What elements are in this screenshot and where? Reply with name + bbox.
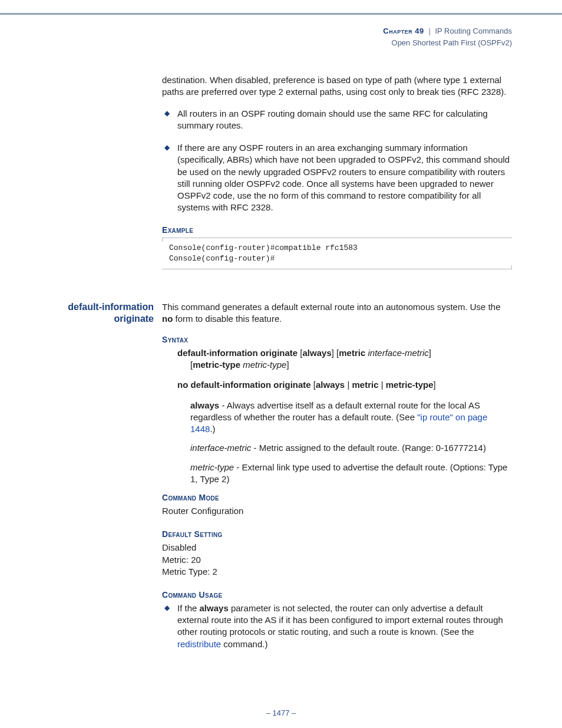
default-setting-heading: Default Setting [162, 529, 512, 540]
command-description: This command generates a default externa… [162, 301, 512, 325]
intro-paragraph: destination. When disabled, preference i… [162, 74, 512, 98]
chapter-subtitle: Open Shortest Path First (OSPFv2) [50, 38, 512, 48]
command-body: This command generates a default externa… [162, 285, 512, 661]
command-mode-heading: Command Mode [162, 492, 512, 503]
command-usage-heading: Command Usage [162, 589, 512, 601]
page: Chapter 49 | IP Routing Commands Open Sh… [0, 0, 562, 728]
body-top: destination. When disabled, preference i… [162, 74, 512, 284]
gutter-empty [50, 74, 156, 284]
bullet-item: All routers in an OSPF routing domain sh… [162, 108, 512, 132]
command-mode-value: Router Configuration [162, 505, 512, 517]
param-metric-type: metric-type - External link type used to… [162, 462, 512, 486]
command-name-line1: default-information [50, 301, 154, 313]
usage-bullet-list: If the always parameter is not selected,… [162, 602, 512, 650]
command-name-line2: originate [50, 313, 154, 325]
bullet-list-top: All routers in an OSPF routing domain sh… [162, 108, 512, 214]
page-number: – 1477 – [0, 708, 562, 719]
syntax-line-1: default-information originate [always] [… [162, 347, 512, 371]
default-setting-value: Metric Type: 2 [162, 566, 512, 578]
default-setting-value: Disabled [162, 542, 512, 554]
chapter-title: IP Routing Commands [435, 27, 512, 35]
example-heading: Example [162, 225, 512, 236]
header-sep: | [426, 27, 432, 35]
running-header: Chapter 49 | IP Routing Commands Open Sh… [50, 26, 512, 48]
default-setting-value: Metric: 20 [162, 554, 512, 566]
syntax-line-2: no default-information originate [always… [162, 379, 512, 391]
content-grid: destination. When disabled, preference i… [50, 74, 512, 661]
top-rule [0, 13, 562, 15]
syntax-heading: Syntax [162, 334, 512, 345]
param-interface-metric: interface-metric - Metric assigned to th… [162, 442, 512, 454]
link-redistribute[interactable]: redistribute [177, 639, 221, 649]
command-name-gutter: default-information originate [50, 285, 156, 661]
bullet-item: If there are any OSPF routers in an area… [162, 142, 512, 214]
usage-bullet: If the always parameter is not selected,… [162, 602, 512, 650]
chapter-label: Chapter 49 [383, 27, 424, 35]
example-code: Console(config-router)#compatible rfc158… [162, 238, 512, 269]
param-always: always - Always advertise itself as a de… [162, 400, 512, 436]
